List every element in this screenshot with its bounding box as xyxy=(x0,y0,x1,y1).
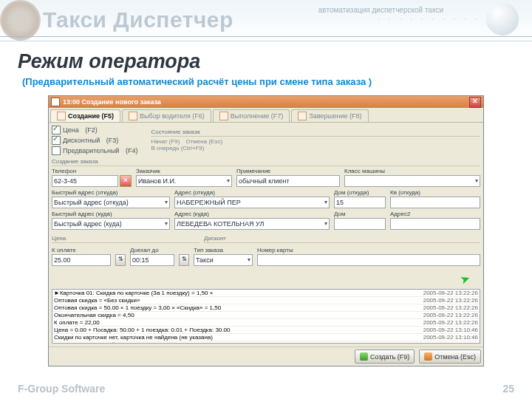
log-row: Точная сумма по прайсу = 3.00 × Скидки «… xyxy=(52,341,480,344)
log-row: Оптовая скидка = «Без скидки»2005-09-22 … xyxy=(52,297,480,304)
group-state: Состояние заказа xyxy=(151,129,480,137)
pay-stepper[interactable]: ⇅ xyxy=(115,254,126,266)
headset-avatar xyxy=(0,0,41,41)
create-button[interactable]: Создать (F9) xyxy=(355,349,415,364)
checkbox-pre[interactable]: Предварительный (F4) xyxy=(52,146,137,155)
log-row: Цена = 0.00 + Посадка: 50.00 + 1 поездка… xyxy=(52,327,480,334)
pay-input[interactable]: 25.00 xyxy=(52,254,111,266)
tab-exec[interactable]: Выполнение (F7) xyxy=(213,109,290,122)
close-icon[interactable]: ✕ xyxy=(469,97,481,108)
addrto-select[interactable]: ЛЕБЕДЕВА КОТЕЛЬНАЯ УЛ xyxy=(174,218,330,230)
phone-input[interactable]: 62-3-45 xyxy=(52,175,118,187)
company-footer: F-Group Software xyxy=(18,383,105,395)
page-number: 25 xyxy=(502,383,514,395)
check-icon xyxy=(360,352,368,361)
arrive-stepper[interactable]: ⇅ xyxy=(179,254,189,266)
log-row: Окончательная скидка = 4,502005-09-22 13… xyxy=(52,312,480,319)
window-titlebar[interactable]: 13:00 Создание нового заказа ✕ xyxy=(49,96,483,108)
tab-icon xyxy=(298,112,307,120)
window-icon xyxy=(51,98,60,106)
tab-create[interactable]: Создание (F5) xyxy=(50,109,120,122)
clear-phone-button[interactable]: ✕ xyxy=(120,175,132,187)
log-panel[interactable]: ►Карточка 01: Скидка по карточке (За 1 п… xyxy=(52,289,480,344)
order-window: 13:00 Создание нового заказа ✕ Создание … xyxy=(48,95,484,366)
log-row: Оптовая скидка = 50.00 × 1 поездку = 3,0… xyxy=(52,304,480,312)
tab-finish[interactable]: Завершение (F8) xyxy=(291,109,368,122)
card-input[interactable] xyxy=(257,254,480,266)
flatto-input[interactable] xyxy=(390,218,480,230)
log-row: К оплате = 22,002005-09-22 13:22:26 xyxy=(52,319,480,327)
cancel-icon xyxy=(424,352,432,361)
tab-icon xyxy=(129,112,137,120)
ordertype-select[interactable]: Такси xyxy=(194,254,253,266)
addrfrom-select[interactable]: НАБЕРЕЖНЫЙ ПЕР xyxy=(174,197,330,208)
decorative-dots: · · · · · · · · · · xyxy=(378,13,480,24)
group-order: Создание заказа xyxy=(52,158,480,166)
customer-select[interactable]: Иванов И.И. xyxy=(136,175,232,187)
cancel-button[interactable]: Отмена (Esc) xyxy=(419,349,481,364)
tab-driver[interactable]: Выбор водителя (F6) xyxy=(122,109,211,122)
flatfrom-input[interactable] xyxy=(390,197,480,208)
log-row: Скидки по карточке нет, карточка не найд… xyxy=(52,334,480,341)
log-row: ►Карточка 01: Скидка по карточке (За 1 п… xyxy=(52,290,480,297)
globe-icon xyxy=(486,3,519,35)
houseto-input[interactable] xyxy=(334,218,386,230)
tab-icon xyxy=(57,112,66,120)
quickto-select[interactable]: Быстрый адрес (куда) xyxy=(52,218,170,230)
housefrom-input[interactable]: 15 xyxy=(334,197,386,208)
checkbox-discount[interactable]: Дисконтный (F3) xyxy=(52,136,137,145)
quickfrom-select[interactable]: Быстрый адрес (откуда) xyxy=(52,197,170,208)
page-title: Режим оператора xyxy=(18,50,200,73)
carclass-select[interactable] xyxy=(344,175,480,187)
window-title: 13:00 Создание нового заказа xyxy=(63,98,161,106)
checkbox-price[interactable]: Цена (F2) xyxy=(52,126,137,134)
brand-title: Такси Диспетчер xyxy=(43,7,233,33)
note-input[interactable]: обычный клиент xyxy=(236,175,340,187)
tab-icon xyxy=(219,112,228,120)
arrive-input[interactable]: 00:15 xyxy=(130,254,174,266)
page-note: (Предварительный автоматический расчёт ц… xyxy=(22,76,372,87)
